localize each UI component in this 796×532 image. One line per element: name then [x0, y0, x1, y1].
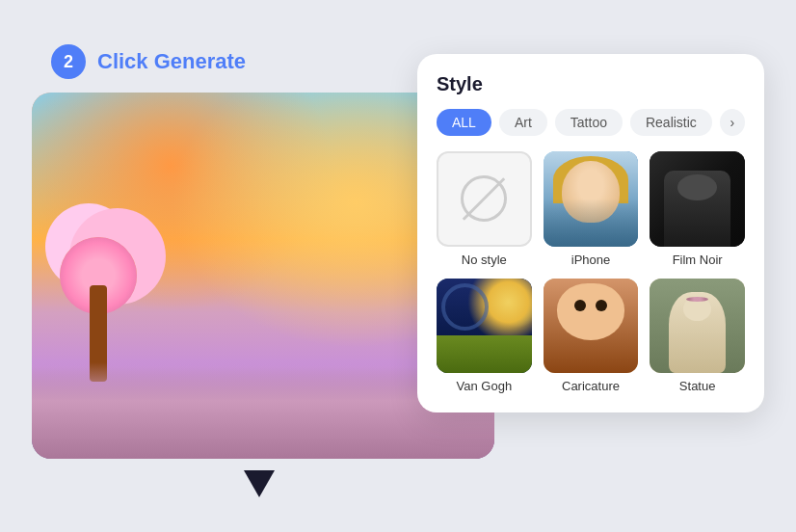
filter-tab-all[interactable]: ALL: [437, 109, 491, 136]
style-item-film-noir[interactable]: Film Noir: [650, 151, 745, 267]
filter-tab-more-button[interactable]: ›: [720, 109, 745, 136]
style-item-statue[interactable]: Statue: [650, 279, 745, 394]
style-item-van-gogh[interactable]: Van Gogh: [437, 279, 532, 394]
cursor-arrow: [244, 470, 275, 497]
step-text: Click Generate: [97, 49, 246, 74]
step-label: 2 Click Generate: [51, 44, 246, 79]
statue-head-flowers: [686, 297, 709, 302]
film-noir-figure: [664, 171, 730, 247]
caricature-eyes: [574, 300, 608, 311]
content-area: 2 Click Generate Style ALL Art Tattoo: [32, 25, 764, 507]
film-noir-face: [677, 174, 717, 201]
style-thumb-statue: [650, 279, 745, 374]
style-label-film-noir: Film Noir: [673, 253, 723, 267]
style-thumb-iphone: [544, 151, 639, 247]
portrait-face: [562, 161, 619, 223]
caricature-eye-right: [596, 300, 607, 311]
no-style-icon: [461, 175, 507, 222]
caricature-eye-left: [574, 300, 586, 311]
style-thumb-van-gogh: [437, 279, 532, 374]
film-noir-image: [650, 151, 745, 247]
style-label-iphone: iPhone: [571, 253, 610, 267]
style-grid: No style iPhone: [437, 151, 745, 393]
van-gogh-flowers: [437, 335, 532, 373]
style-thumb-caricature: [544, 279, 639, 374]
caricature-face: [557, 283, 624, 340]
step-number: 2: [51, 44, 86, 79]
filter-tabs: ALL Art Tattoo Realistic ›: [437, 109, 745, 136]
caricature-image: [544, 279, 639, 374]
filter-tab-art[interactable]: Art: [499, 109, 547, 136]
style-item-no-style[interactable]: No style: [437, 151, 532, 267]
page-wrapper: 2 Click Generate Style ALL Art Tattoo: [0, 0, 796, 532]
style-thumb-no-style: [437, 151, 532, 247]
filter-tab-realistic[interactable]: Realistic: [630, 109, 712, 136]
iphone-portrait-image: [544, 151, 639, 247]
statue-figure: [669, 292, 726, 373]
style-thumb-film-noir: [650, 151, 745, 247]
van-gogh-image: [437, 279, 532, 374]
statue-head: [683, 297, 712, 321]
style-label-no-style: No style: [462, 253, 507, 267]
filter-tab-tattoo[interactable]: Tattoo: [555, 109, 623, 136]
style-label-caricature: Caricature: [562, 379, 620, 393]
style-panel-title: Style: [437, 73, 745, 95]
style-label-statue: Statue: [679, 379, 716, 393]
style-label-van-gogh: Van Gogh: [457, 379, 513, 393]
style-panel: Style ALL Art Tattoo Realistic › No styl…: [417, 54, 764, 412]
statue-image: [650, 279, 745, 374]
van-gogh-swirl: [441, 283, 489, 331]
style-item-iphone[interactable]: iPhone: [544, 151, 639, 267]
style-item-caricature[interactable]: Caricature: [544, 279, 639, 394]
